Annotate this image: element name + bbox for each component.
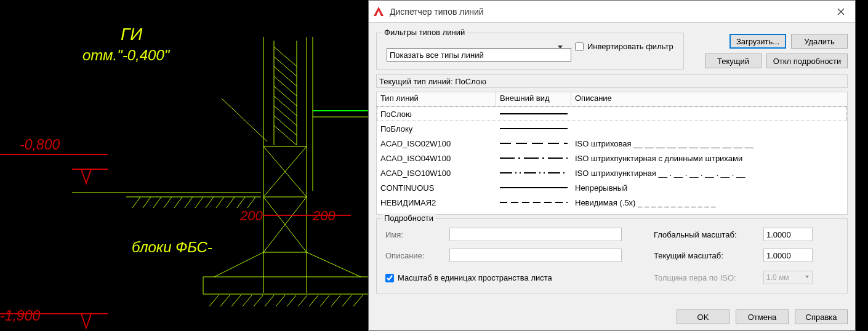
svg-marker-62	[81, 314, 91, 328]
col-appearance[interactable]: Внешний вид	[496, 92, 571, 106]
linetype-listbox[interactable]: Тип линий Внешний вид Описание ПоСлоюПоБ…	[376, 92, 848, 215]
cancel-button[interactable]: Отмена	[736, 309, 789, 324]
list-rows: ПоСлоюПоБлокуACAD_ISO02W100ISO штриховая…	[377, 106, 847, 210]
invert-filter-label: Инвертировать фильтр	[587, 42, 673, 51]
cad-dim-200b: 200	[313, 208, 336, 224]
svg-line-4	[153, 197, 161, 208]
desc-field	[449, 249, 622, 262]
invert-filter-input[interactable]	[575, 42, 584, 51]
invert-filter-checkbox[interactable]: Инвертировать фильтр	[575, 42, 673, 51]
table-row[interactable]: ACAD_ISO04W100ISO штрихпунктирная с длин…	[377, 151, 847, 166]
svg-line-13	[247, 197, 255, 208]
svg-line-34	[214, 252, 263, 277]
cell-name: ACAD_ISO10W100	[377, 168, 496, 178]
col-name[interactable]: Тип линий	[377, 92, 496, 106]
cad-text-gi: ГИ	[121, 25, 142, 44]
table-row[interactable]: ACAD_ISO10W100ISO штрихпунктирная __ . _…	[377, 166, 847, 180]
svg-marker-60	[81, 169, 91, 183]
cell-desc	[571, 128, 847, 129]
svg-line-25	[274, 116, 297, 135]
global-scale-label: Глобальный масштаб:	[654, 230, 737, 239]
cell-desc	[571, 113, 847, 114]
dialog-buttons: OK Отмена Справка	[677, 309, 848, 324]
cell-appearance	[496, 196, 571, 209]
list-header: Тип линий Внешний вид Описание	[377, 92, 847, 106]
toggle-details-button[interactable]: Откл подробности	[766, 54, 848, 68]
load-button[interactable]: Загрузить...	[729, 34, 786, 49]
autocad-app-icon	[372, 6, 385, 18]
cell-desc: Невидимая (.5x) _ _ _ _ _ _ _ _ _ _ _ _	[571, 197, 847, 208]
close-button[interactable]	[827, 1, 855, 23]
svg-line-41	[220, 295, 230, 306]
svg-line-7	[185, 197, 193, 208]
cell-name: НЕВИДИМАЯ2	[377, 197, 496, 208]
svg-line-51	[331, 295, 340, 306]
ok-button[interactable]: OK	[677, 309, 729, 324]
svg-line-50	[320, 295, 329, 306]
close-icon	[837, 8, 845, 15]
svg-line-42	[231, 295, 241, 306]
paperspace-scale-checkbox[interactable]: Масштаб в единицах пространства листа	[385, 273, 552, 282]
global-scale-field[interactable]	[763, 228, 813, 241]
table-row[interactable]: НЕВИДИМАЯ2Невидимая (.5x) _ _ _ _ _ _ _ …	[377, 195, 847, 210]
dialog-title: Диспетчер типов линий	[390, 7, 827, 17]
cell-appearance	[496, 122, 571, 135]
svg-line-5	[164, 197, 172, 208]
table-row[interactable]: ПоСлою	[377, 106, 847, 121]
iso-pen-select: 1.0 мм	[763, 271, 813, 284]
svg-line-46	[276, 295, 285, 306]
cell-name: CONTINUOUS	[377, 183, 496, 193]
cell-name: ПоСлою	[377, 109, 496, 119]
svg-line-23	[274, 96, 297, 116]
cad-level-19: -1,900	[0, 308, 40, 324]
filters-legend: Фильтры типов линий	[382, 28, 467, 37]
svg-line-35	[307, 252, 361, 277]
current-button[interactable]: Текущий	[705, 54, 762, 68]
cell-appearance	[496, 152, 571, 164]
col-desc[interactable]: Описание	[571, 92, 847, 106]
cad-dim-200a: 200	[240, 208, 263, 224]
svg-line-45	[265, 295, 274, 306]
svg-line-22	[274, 86, 297, 106]
current-scale-label: Текущий масштаб:	[654, 251, 723, 260]
cell-appearance	[496, 167, 571, 179]
details-groupbox: Подробности Имя: Описание: Масштаб в еди…	[376, 218, 848, 293]
paperspace-scale-input[interactable]	[385, 274, 394, 282]
table-row[interactable]: CONTINUOUSНепрерывный	[377, 180, 847, 195]
name-field	[449, 228, 622, 241]
linetype-manager-dialog: Диспетчер типов линий Фильтры типов лини…	[368, 0, 856, 331]
svg-line-26	[274, 126, 297, 145]
svg-marker-65	[374, 7, 384, 16]
svg-line-9	[206, 197, 214, 208]
filter-select[interactable]: Показать все типы линий	[387, 48, 571, 62]
current-scale-field[interactable]	[763, 249, 813, 262]
svg-line-11	[227, 197, 235, 208]
cell-desc: Непрерывный	[571, 183, 847, 193]
svg-line-8	[195, 197, 203, 208]
svg-line-10	[216, 197, 224, 208]
details-legend: Подробности	[382, 213, 436, 223]
svg-line-48	[298, 295, 307, 306]
cell-appearance	[496, 108, 571, 120]
table-row[interactable]: ACAD_ISO02W100ISO штриховая __ __ __ __ …	[377, 136, 847, 151]
svg-line-53	[353, 295, 363, 306]
table-row[interactable]: ПоБлоку	[377, 121, 847, 136]
name-label: Имя:	[385, 230, 403, 239]
iso-pen-label: Толщина пера по ISO:	[654, 273, 736, 282]
svg-line-24	[274, 106, 297, 126]
help-button[interactable]: Справка	[795, 309, 848, 324]
cell-appearance	[496, 137, 571, 150]
filters-groupbox: Фильтры типов линий Показать все типы ли…	[376, 33, 684, 70]
svg-line-3	[143, 197, 151, 208]
svg-line-6	[174, 197, 182, 208]
cell-desc: ISO штрихпунктирная с длинными штрихами	[571, 153, 847, 164]
titlebar[interactable]: Диспетчер типов линий	[369, 1, 855, 23]
delete-button[interactable]: Удалить	[791, 34, 848, 49]
svg-line-2	[132, 197, 140, 208]
cad-text-fbs: блоки ФБС-	[132, 239, 212, 256]
svg-line-20	[274, 66, 297, 86]
svg-line-21	[274, 76, 297, 96]
cell-name: ACAD_ISO04W100	[377, 153, 496, 164]
cell-name: ACAD_ISO02W100	[377, 138, 496, 149]
desc-label: Описание:	[385, 251, 424, 260]
